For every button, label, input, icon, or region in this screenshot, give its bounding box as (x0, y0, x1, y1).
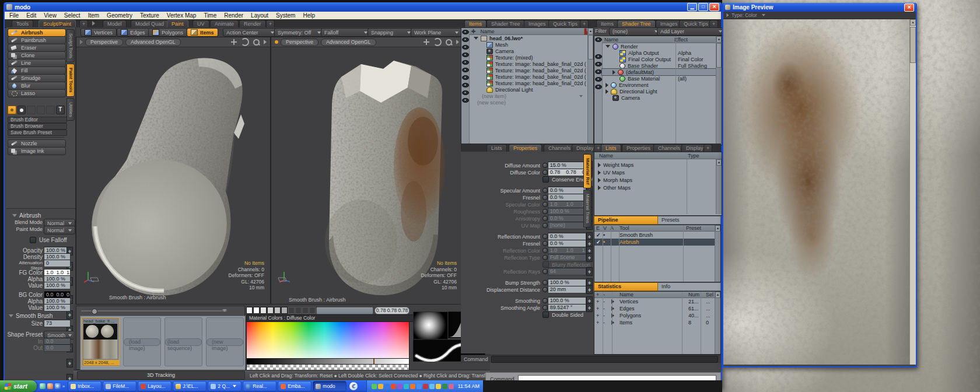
task-inbox[interactable]: Inbox... (68, 381, 102, 391)
brush-tip-5[interactable] (46, 106, 55, 114)
tab-lists-2[interactable]: Lists (601, 144, 621, 152)
menu-view[interactable]: View (44, 12, 57, 19)
airbrush-section-header[interactable]: Airbrush (12, 212, 41, 219)
channel-knob-icon[interactable] (542, 255, 548, 260)
displacement-distance-field[interactable]: 20 mm (548, 286, 586, 293)
tab-items-2[interactable]: Items (596, 20, 618, 27)
eye-icon[interactable] (595, 69, 602, 74)
tray-icon[interactable] (410, 384, 415, 389)
task-embarcadero[interactable]: Emba... (278, 381, 312, 391)
list-row-weight-maps[interactable]: Weight Maps (594, 161, 722, 169)
channel-knob-icon[interactable] (542, 223, 548, 228)
tool-airbrush[interactable]: Airbrush (8, 29, 66, 37)
add-layer-select[interactable]: Add Layer (657, 27, 726, 36)
expander-icon[interactable] (474, 37, 478, 40)
menu-vertex-map[interactable]: Vertex Map (167, 12, 197, 19)
swatch[interactable] (281, 307, 288, 314)
stepper[interactable] (586, 285, 593, 294)
tree-row-mesh[interactable]: Mesh (469, 41, 586, 48)
lists-header[interactable]: Name Type (594, 152, 722, 159)
color-value-field[interactable]: 0.78 0.78 0.78 (374, 307, 410, 314)
tray-icon[interactable] (404, 384, 409, 389)
stats-row-edges[interactable]: +- Edges 61...... (594, 305, 720, 312)
menu-geometry[interactable]: Geometry (107, 12, 132, 19)
text-tool-button[interactable]: T (56, 106, 65, 114)
pipeline-row-airbrush[interactable]: ✓ • Airbrush (594, 239, 720, 246)
tray-icon[interactable] (429, 384, 435, 389)
scroll-up-icon[interactable]: ▲ (716, 36, 722, 43)
viewport-type-pill[interactable]: Perspective (281, 38, 318, 46)
scroll-thumb[interactable] (588, 35, 593, 60)
tab-sculpt-paint[interactable]: Sculpt/Paint (38, 20, 76, 27)
side-tab-material-trans[interactable]: Material Trans (583, 190, 592, 228)
tab-statistics[interactable]: Statistics (594, 282, 658, 291)
save-brush-preset-button[interactable]: Save Brush Preset (8, 130, 67, 136)
stepper[interactable] (586, 253, 593, 262)
expander-icon[interactable] (598, 163, 601, 167)
stats-row-items[interactable]: +- Items 80 (594, 319, 720, 326)
clock[interactable]: 11:54 AM (458, 383, 480, 389)
scroll-thumb[interactable] (910, 27, 916, 63)
tracking-mode-indicator[interactable]: 3D Tracking (77, 371, 245, 380)
eye-icon[interactable] (462, 98, 469, 103)
channel-knob-icon[interactable] (542, 188, 548, 193)
menu-file[interactable]: File (9, 12, 19, 19)
tab-lists[interactable]: Lists (487, 144, 507, 152)
shader-row-base-shader[interactable]: Base ShaderFull Shading (602, 62, 716, 69)
eye-icon[interactable] (595, 85, 602, 89)
viewport-renderer-pill[interactable]: Advanced OpenGL (125, 38, 181, 46)
tray-icon[interactable] (378, 384, 383, 389)
fg-value-field[interactable]: 100.0 % (44, 282, 71, 289)
tree-row-texture-3[interactable]: Texture: Image: head_bake_final_02d (3) (469, 61, 586, 67)
tab-add[interactable]: + (79, 20, 88, 27)
channel-knob-icon[interactable] (542, 248, 548, 253)
tool-smudge[interactable]: Smudge (8, 74, 66, 82)
list-row-other-maps[interactable]: Other Maps (594, 184, 722, 191)
tab-paint[interactable]: Paint (167, 20, 188, 27)
tray-icon[interactable] (397, 384, 402, 389)
channel-knob-icon[interactable] (542, 298, 548, 303)
tree-row-directional-light[interactable]: Directional Light (469, 86, 586, 93)
tool-nozzle[interactable]: Nozzle (8, 139, 66, 148)
scroll-up-icon[interactable]: ▲ (715, 225, 720, 232)
tree-row-texture-mixed[interactable]: Texture: (mixed) (469, 54, 586, 61)
brush-tip-4[interactable] (37, 106, 46, 114)
channel-knob-icon[interactable] (542, 287, 548, 292)
tool-line[interactable]: Line (8, 59, 66, 67)
viewport-type-pill[interactable]: Perspective (85, 38, 123, 46)
tab-channels-2[interactable]: Channels (653, 144, 685, 152)
expander-icon[interactable] (606, 45, 610, 48)
brush-tip-soft[interactable] (8, 106, 16, 114)
smoothing-angle-field[interactable]: 89.5247 ° (548, 304, 586, 312)
pipeline-row-smooth-brush[interactable]: ✓ • Smooth Brush (594, 232, 720, 239)
filter-select[interactable]: (none) (609, 27, 662, 36)
tree-row-new-item[interactable]: (new item) (469, 93, 586, 99)
tool-fill[interactable]: Fill (8, 66, 66, 75)
task-modo[interactable]: modo (313, 381, 346, 391)
items-mode-button[interactable]: Items (187, 28, 218, 37)
rotate-icon[interactable] (241, 38, 249, 46)
remove-from-selection-button[interactable]: - (603, 320, 611, 326)
tab-add-4[interactable]: + (709, 20, 718, 27)
tab-properties[interactable]: Properties (509, 144, 542, 152)
side-tab-paint-tools[interactable]: Paint Tools (66, 64, 75, 97)
slider-handle[interactable] (92, 309, 97, 314)
brush-browser-button[interactable]: Brush Browser (8, 123, 67, 130)
falloff-select[interactable]: Falloff (321, 28, 371, 37)
diffuse-color-field[interactable]: 0.78 0.78 0.78 (548, 169, 586, 176)
items-scrollbar[interactable]: ▲ (587, 28, 593, 144)
shader-row-base-material[interactable]: Base Material(all) (602, 75, 716, 82)
tab-presets[interactable]: Presets (658, 216, 721, 225)
swatch[interactable] (260, 307, 267, 314)
tree-row-new-scene[interactable]: (new scene) (469, 99, 586, 106)
quicklaunch-icon-2[interactable] (47, 383, 53, 389)
tab-add-3[interactable]: + (580, 20, 589, 27)
pipeline-scrollbar[interactable]: ▲ (715, 225, 720, 282)
eye-icon[interactable] (462, 75, 469, 80)
load-sequence-tile[interactable]: (load sequence) (164, 317, 202, 366)
swatch[interactable] (253, 307, 260, 314)
remove-from-selection-button[interactable]: - (603, 306, 611, 312)
action-center-select[interactable]: Action Center (223, 28, 278, 37)
eye-icon[interactable] (462, 83, 469, 88)
use-falloff-row[interactable]: Use Falloff (30, 237, 67, 243)
